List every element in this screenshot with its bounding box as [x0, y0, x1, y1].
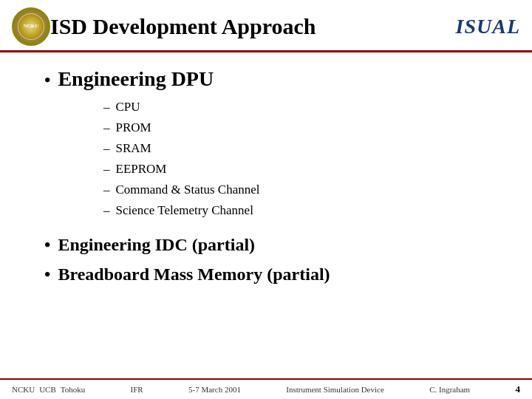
bullet-label-1: Engineering DPU: [58, 67, 214, 91]
footer-org2: UCB: [39, 385, 56, 394]
bullet-engineering-dpu: • Engineering DPU: [44, 67, 502, 91]
dash-1: –: [103, 97, 110, 117]
footer-center: IFR: [131, 385, 143, 394]
footer-org3: Tohoku: [61, 385, 85, 394]
bullet-symbol-1: •: [44, 70, 50, 90]
sub-item-science-telemetry: – Science Telemetry Channel: [103, 200, 502, 221]
slide-content: • Engineering DPU – CPU – PROM – SRAM – …: [0, 52, 532, 378]
footer-date: 5-7 March 2001: [188, 385, 241, 394]
sub-item-command-status: – Command & Status Channel: [103, 180, 502, 200]
footer-org1: NCKU: [12, 385, 35, 394]
bullet-symbol-3: •: [44, 261, 50, 287]
logo-text: NCKU: [24, 24, 39, 30]
sub-label-prom: PROM: [116, 117, 151, 138]
footer: NCKU UCB Tohoku IFR 5-7 March 2001 Instr…: [0, 378, 532, 399]
dash-4: –: [103, 159, 110, 180]
bullet-symbol-2: •: [44, 231, 50, 258]
slide: NCKU ISD Development Approach ISUAL • En…: [0, 0, 532, 399]
dash-6: –: [103, 200, 110, 221]
bullet-label-2: Engineering IDC (partial): [58, 231, 255, 258]
sub-label-science-telemetry: Science Telemetry Channel: [116, 200, 253, 221]
footer-author: C. Ingraham: [429, 385, 470, 394]
header: NCKU ISD Development Approach ISUAL: [0, 0, 532, 52]
footer-device: Instrument Simulation Device: [286, 385, 384, 394]
sub-item-prom: – PROM: [103, 117, 502, 138]
dash-5: –: [103, 180, 110, 200]
slide-title: ISD Development Approach: [50, 14, 456, 39]
footer-orgs: NCKU UCB Tohoku: [12, 385, 85, 394]
sub-item-sram: – SRAM: [103, 138, 502, 159]
sub-item-cpu: – CPU: [103, 97, 502, 117]
logo-inner: NCKU: [18, 13, 44, 40]
bullet-breadboard: • Breadboard Mass Memory (partial): [44, 261, 502, 287]
footer-page-number: 4: [515, 383, 520, 395]
sub-list-dpu: – CPU – PROM – SRAM – EEPROM – Command &…: [44, 97, 502, 221]
sub-item-eeprom: – EEPROM: [103, 159, 502, 180]
sub-label-cpu: CPU: [116, 97, 140, 117]
bullet-engineering-idc: • Engineering IDC (partial): [44, 231, 502, 258]
sub-label-command-status: Command & Status Channel: [116, 180, 260, 200]
bullet-label-3: Breadboard Mass Memory (partial): [58, 261, 330, 287]
logo: NCKU: [12, 7, 50, 46]
dash-2: –: [103, 117, 110, 138]
sub-label-eeprom: EEPROM: [116, 159, 167, 180]
sub-label-sram: SRAM: [116, 138, 151, 159]
isual-brand: ISUAL: [456, 15, 520, 38]
dash-3: –: [103, 138, 110, 159]
